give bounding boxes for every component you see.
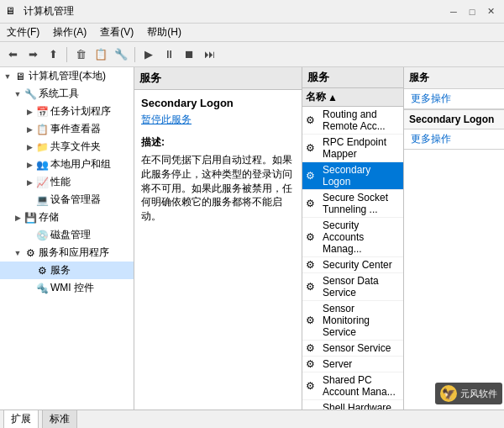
services-icon: ⚙ xyxy=(35,265,49,277)
service-row[interactable]: ⚙Server xyxy=(302,357,403,373)
title-bar: 🖥 计算机管理 ─ □ ✕ xyxy=(0,0,504,24)
service-row[interactable]: ⚙Secondary Logon xyxy=(302,162,403,190)
service-row[interactable]: ⚙Sensor Monitoring Service xyxy=(302,301,403,341)
tree-panel: ▼ 🖥 计算机管理(本地) ▼ 🔧 系统工具 ▶ 📅 任务计划程序 ▶ 📋 事件… xyxy=(0,67,134,410)
tree-wmi[interactable]: 🔩 WMI 控件 xyxy=(0,279,134,297)
tree-system-tools[interactable]: ▼ 🔧 系统工具 xyxy=(0,85,134,103)
tree-performance[interactable]: ▶ 📈 性能 xyxy=(0,173,134,191)
tree-shared-folders[interactable]: ▶ 📁 共享文件夹 xyxy=(0,138,134,156)
toolbar-pause[interactable]: ⏸ xyxy=(160,45,178,64)
tree-local-users[interactable]: ▶ 👥 本地用户和组 xyxy=(0,156,134,173)
event-viewer-icon: 📋 xyxy=(35,124,49,135)
tree-root[interactable]: ▼ 🖥 计算机管理(本地) xyxy=(0,67,134,85)
menu-view[interactable]: 查看(V) xyxy=(97,24,137,40)
service-row-icon: ⚙ xyxy=(306,342,319,354)
tab-standard[interactable]: 标准 xyxy=(42,410,77,428)
service-description: 在不同凭据下启用自动过程。如果此服务停止，这种类型的登录访问将不可用。如果此服务… xyxy=(134,151,302,230)
ops-selected-section: Secondary Logon 更多操作 xyxy=(404,109,504,150)
toolbar-settings[interactable]: 🔧 xyxy=(112,45,130,64)
service-row[interactable]: ⚙Shell Hardware Detection xyxy=(302,400,403,410)
expand-icon: ▼ xyxy=(2,72,13,81)
wmi-label: WMI 控件 xyxy=(50,281,94,295)
service-row[interactable]: ⚙Routing and Remote Acc... xyxy=(302,107,403,135)
status-bar: 扩展 标准 xyxy=(0,410,504,428)
service-row-icon: ⚙ xyxy=(306,231,319,243)
storage-label: 存储 xyxy=(39,210,59,225)
toolbar-play[interactable]: ▶ xyxy=(139,45,158,64)
tree-services[interactable]: ⚙ 服务 xyxy=(0,262,134,279)
service-row-name: Sensor Monitoring Service xyxy=(323,303,400,338)
middle-panel: 服务 Secondary Logon 暂停此服务 描述: 在不同凭据下启用自动过… xyxy=(134,67,302,410)
tree-disk-mgmt[interactable]: 💿 磁盘管理 xyxy=(0,226,134,244)
ops-services-section: 服务 更多操作 xyxy=(404,67,504,109)
services-apps-label: 服务和应用程序 xyxy=(39,246,109,260)
event-viewer-label: 事件查看器 xyxy=(50,122,101,136)
maximize-button[interactable]: □ xyxy=(464,4,480,19)
service-row[interactable]: ⚙Shared PC Account Mana... xyxy=(302,373,403,400)
tree-device-manager[interactable]: 💻 设备管理器 xyxy=(0,191,134,209)
service-row-name: Secondary Logon xyxy=(323,164,400,188)
service-row-icon: ⚙ xyxy=(306,408,319,410)
tree-task-scheduler[interactable]: ▶ 📅 任务计划程序 xyxy=(0,103,134,120)
tab-extend[interactable]: 扩展 xyxy=(3,410,39,428)
system-tools-label: 系统工具 xyxy=(39,87,79,101)
watermark-text: 元风软件 xyxy=(460,388,497,400)
watermark: 🦅 元风软件 xyxy=(435,383,502,404)
toolbar-forward[interactable]: ➡ xyxy=(24,45,42,64)
toolbar-show-hide[interactable]: 🗑 xyxy=(71,45,90,64)
toolbar-back[interactable]: ⬅ xyxy=(3,45,22,64)
system-tools-icon: 🔧 xyxy=(24,88,37,100)
device-manager-label: 设备管理器 xyxy=(50,193,101,207)
disk-mgmt-label: 磁盘管理 xyxy=(50,228,91,242)
service-row-icon: ⚙ xyxy=(306,170,319,182)
toolbar: ⬅ ➡ ⬆ 🗑 📋 🔧 ▶ ⏸ ⏹ ⏭ xyxy=(0,42,504,67)
service-row[interactable]: ⚙RPC Endpoint Mapper xyxy=(302,135,403,162)
expand-icon: ▶ xyxy=(24,108,35,116)
shared-folders-icon: 📁 xyxy=(35,141,49,153)
service-row-icon: ⚙ xyxy=(306,314,319,326)
performance-icon: 📈 xyxy=(35,177,49,188)
close-button[interactable]: ✕ xyxy=(482,4,499,19)
ops-more-actions[interactable]: 更多操作 xyxy=(404,89,504,108)
service-row-name: Routing and Remote Acc... xyxy=(323,108,400,132)
service-row[interactable]: ⚙Sensor Data Service xyxy=(302,273,403,301)
ops-header: 服务 xyxy=(404,67,504,89)
app-icon: 🖥 xyxy=(5,5,18,18)
expand-icon: ▶ xyxy=(24,125,35,134)
tree-services-apps[interactable]: ▼ ⚙ 服务和应用程序 xyxy=(0,244,134,262)
local-users-icon: 👥 xyxy=(35,159,49,171)
service-row[interactable]: ⚙Sensor Service xyxy=(302,341,403,357)
pause-service-link[interactable]: 暂停此服务 xyxy=(134,111,302,129)
title-text: 计算机管理 xyxy=(24,4,74,18)
service-row-icon: ⚙ xyxy=(306,142,319,154)
menu-help[interactable]: 帮助(H) xyxy=(144,24,185,40)
service-row-icon: ⚙ xyxy=(306,358,319,370)
ops-selected-more[interactable]: 更多操作 xyxy=(404,129,504,149)
toolbar-up[interactable]: ⬆ xyxy=(44,45,62,64)
expand-icon: ▶ xyxy=(12,214,24,222)
minimize-button[interactable]: ─ xyxy=(445,4,462,19)
tree-event-viewer[interactable]: ▶ 📋 事件查看器 xyxy=(0,120,134,138)
services-label: 服务 xyxy=(50,263,71,277)
toolbar-next[interactable]: ⏭ xyxy=(200,45,218,64)
service-row-icon: ⚙ xyxy=(306,114,319,126)
menu-bar: 文件(F) 操作(A) 查看(V) 帮助(H) xyxy=(0,24,504,42)
column-header[interactable]: 名称 ▲ xyxy=(302,88,403,107)
tree-storage[interactable]: ▶ 💾 存储 xyxy=(0,209,134,226)
menu-file[interactable]: 文件(F) xyxy=(3,24,43,40)
services-header: 服务 xyxy=(302,67,403,88)
services-list: ⚙Routing and Remote Acc...⚙RPC Endpoint … xyxy=(302,107,403,410)
menu-action[interactable]: 操作(A) xyxy=(50,24,90,40)
ops-selected-name: Secondary Logon xyxy=(404,109,504,129)
toolbar-properties[interactable]: 📋 xyxy=(92,45,110,64)
storage-icon: 💾 xyxy=(24,212,37,224)
service-row-icon: ⚙ xyxy=(306,380,319,392)
service-row-name: Shell Hardware Detection xyxy=(323,402,400,410)
service-row[interactable]: ⚙Security Accounts Manag... xyxy=(302,218,403,257)
toolbar-stop[interactable]: ⏹ xyxy=(180,45,198,64)
desc-title: 描述: xyxy=(134,129,302,151)
shared-folders-label: 共享文件夹 xyxy=(50,140,101,154)
service-row[interactable]: ⚙Secure Socket Tunneling ... xyxy=(302,190,403,218)
expand-icon: ▶ xyxy=(24,178,35,187)
service-row[interactable]: ⚙Security Center xyxy=(302,257,403,273)
